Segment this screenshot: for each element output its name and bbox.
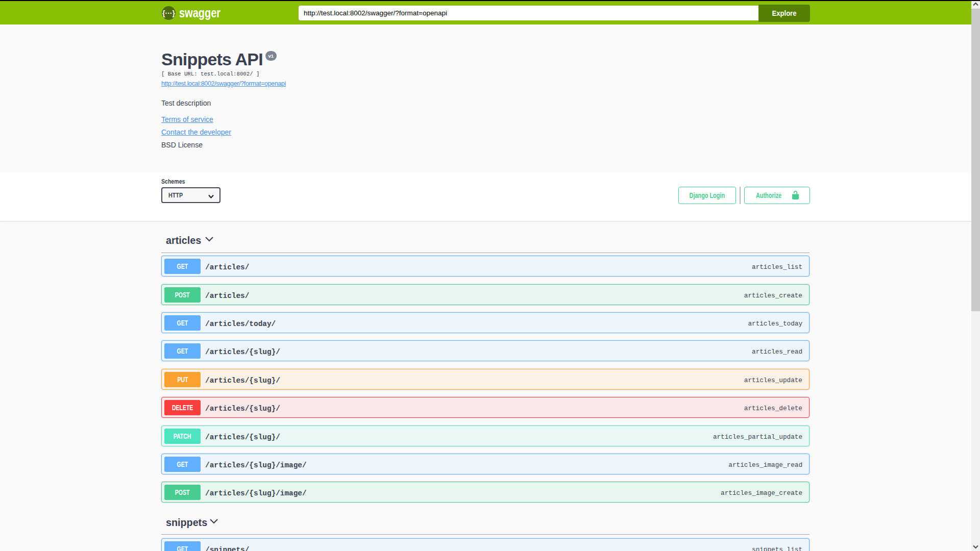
svg-text:{···}: {···} [162,9,175,17]
